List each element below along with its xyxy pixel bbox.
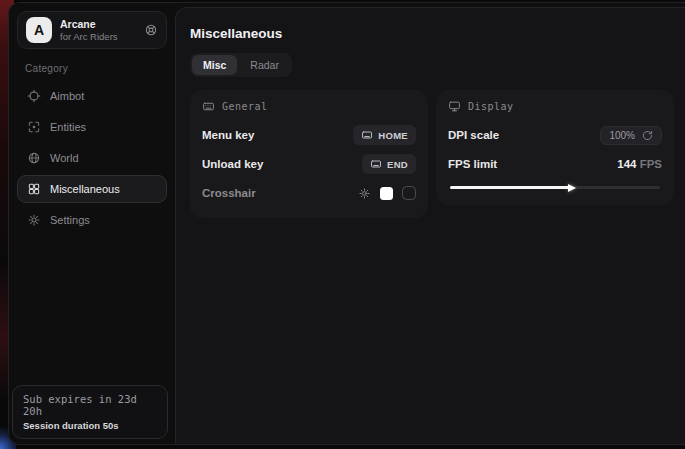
sidebar-item-label: World [50,152,79,164]
sidebar-item-entities[interactable]: Entities [17,113,167,141]
sidebar-item-settings[interactable]: Settings [17,206,167,234]
crosshair-icon [27,89,41,103]
unload-key-bind-button[interactable]: END [362,154,416,174]
app-name: Arcane [60,18,136,31]
fps-limit-value: 144 FPS [617,158,662,170]
panel-display-title: Display [468,101,514,112]
unload-key-row: Unload key END [202,151,416,177]
panel-general-title: General [222,101,268,112]
panels-row: General Menu key HOME [190,90,679,218]
dpi-scale-value: 100% [609,130,635,141]
keyboard-icon [370,158,382,170]
tab-misc[interactable]: Misc [192,55,237,75]
sidebar-category-label: Category [25,63,159,74]
fps-slider-fill [450,186,570,189]
dpi-scale-row: DPI scale 100% [448,122,662,148]
fps-limit-slider[interactable] [450,186,660,189]
sync-icon[interactable] [144,23,158,37]
sidebar-item-label: Settings [50,214,90,226]
keyboard-icon [361,129,373,141]
gear-icon [27,213,41,227]
sub-expires-text: Sub expires in 23d 20h [23,393,157,417]
fps-unit: FPS [640,158,662,170]
tab-radar[interactable]: Radar [239,55,290,75]
globe-icon [27,151,41,165]
keyboard-icon [202,100,215,113]
dpi-scale-select[interactable]: 100% [600,126,662,145]
monitor-icon [448,100,461,113]
crosshair-controls [358,186,416,200]
sidebar-item-label: Entities [50,121,86,133]
app-logo-card: A Arcane for Arc Riders [17,11,167,49]
reset-icon [642,130,653,141]
grid-icon [27,182,41,196]
crosshair-row: Crosshair [202,180,416,206]
main-content: Miscellaneous Misc Radar General [175,7,685,444]
dpi-scale-label: DPI scale [448,129,499,141]
sidebar-item-world[interactable]: World [17,144,167,172]
sidebar-item-label: Miscellaneous [50,183,120,195]
app-logo: A [26,17,52,43]
menu-key-label: Menu key [202,129,254,141]
gear-icon[interactable] [358,187,371,200]
unload-key-label: Unload key [202,158,263,170]
sidebar-item-miscellaneous[interactable]: Miscellaneous [17,175,167,203]
menu-key-value: HOME [378,130,408,141]
sidebar: A Arcane for Arc Riders Category [9,3,175,444]
app-window: A Arcane for Arc Riders Category [8,2,685,445]
menu-key-row: Menu key HOME [202,122,416,148]
sidebar-item-label: Aimbot [50,90,84,102]
panel-general-header: General [202,100,416,113]
app-title-block: Arcane for Arc Riders [60,18,136,43]
panel-display: Display DPI scale 100% [436,90,674,205]
scan-icon [27,120,41,134]
app-subtitle: for Arc Riders [60,31,136,43]
fps-limit-label: FPS limit [448,158,497,170]
subscription-card: Sub expires in 23d 20h Session duration … [12,385,168,439]
crosshair-label: Crosshair [202,187,256,199]
page-title: Miscellaneous [190,26,679,41]
sidebar-item-aimbot[interactable]: Aimbot [17,82,167,110]
menu-key-bind-button[interactable]: HOME [353,125,416,145]
crosshair-color-swatch[interactable] [380,187,393,200]
desktop-background: A Arcane for Arc Riders Category [0,0,685,449]
fps-slider-thumb[interactable] [568,184,576,192]
crosshair-checkbox[interactable] [402,186,416,200]
unload-key-value: END [387,159,408,170]
panel-general: General Menu key HOME [190,90,428,218]
panel-display-header: Display [448,100,662,113]
session-duration-text: Session duration 50s [23,420,157,431]
tab-bar: Misc Radar [190,53,292,77]
fps-limit-row: FPS limit 144 FPS [448,151,662,177]
